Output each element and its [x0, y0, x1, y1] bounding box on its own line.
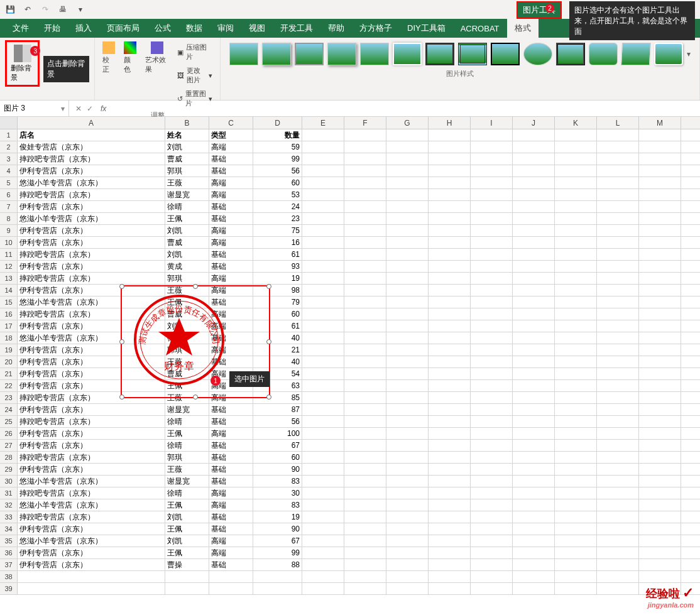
- cell[interactable]: 59: [253, 141, 302, 153]
- cell[interactable]: [471, 261, 513, 272]
- cell[interactable]: 40: [253, 332, 302, 344]
- cell[interactable]: [302, 559, 344, 570]
- cell[interactable]: [597, 201, 639, 212]
- cell[interactable]: 基础: [209, 404, 253, 415]
- cell[interactable]: [386, 308, 429, 320]
- cell[interactable]: [344, 344, 386, 356]
- tab-页面布局[interactable]: 页面布局: [99, 19, 147, 38]
- cell[interactable]: [555, 452, 597, 463]
- cell[interactable]: [597, 452, 639, 463]
- cell[interactable]: [429, 499, 471, 511]
- cell[interactable]: 基础: [209, 249, 253, 260]
- row-header[interactable]: 11: [0, 249, 18, 260]
- row-header[interactable]: 37: [0, 559, 18, 570]
- cell[interactable]: [471, 249, 513, 260]
- row-header[interactable]: 13: [0, 273, 18, 284]
- row-header[interactable]: 19: [0, 344, 18, 356]
- cell[interactable]: 基础: [209, 511, 253, 523]
- cell[interactable]: [597, 141, 639, 153]
- cell[interactable]: [639, 141, 681, 153]
- row-header[interactable]: 4: [0, 165, 18, 177]
- cell[interactable]: [597, 308, 639, 320]
- cell[interactable]: [513, 476, 555, 487]
- cell[interactable]: [386, 380, 429, 391]
- cell[interactable]: 高端: [209, 547, 253, 558]
- cell[interactable]: [555, 547, 597, 558]
- cell[interactable]: [513, 559, 555, 570]
- cell[interactable]: [471, 153, 513, 165]
- cell[interactable]: [555, 523, 597, 535]
- row-header[interactable]: 3: [0, 153, 18, 165]
- cell[interactable]: [429, 189, 471, 200]
- cell[interactable]: [302, 368, 344, 379]
- cell[interactable]: [429, 165, 471, 177]
- cell[interactable]: [302, 177, 344, 188]
- cell[interactable]: [513, 141, 555, 153]
- cell[interactable]: 刘凯: [165, 141, 209, 153]
- cell[interactable]: [471, 523, 513, 535]
- cell[interactable]: [386, 571, 429, 582]
- cell[interactable]: 悠滋小羊专营店（京东）: [18, 177, 165, 188]
- cell[interactable]: [429, 511, 471, 523]
- cell[interactable]: 刘凯: [165, 535, 209, 547]
- row-header[interactable]: 31: [0, 487, 18, 499]
- cell[interactable]: 伊利专营店（京东）: [18, 559, 165, 570]
- cell[interactable]: [386, 428, 429, 439]
- color-button[interactable]: 颜色: [121, 40, 139, 75]
- cell[interactable]: [555, 189, 597, 200]
- cell[interactable]: [471, 201, 513, 212]
- cell[interactable]: 60: [253, 452, 302, 463]
- cell[interactable]: [639, 404, 681, 415]
- cell[interactable]: [513, 440, 555, 451]
- cell[interactable]: 伊利专营店（京东）: [18, 201, 165, 212]
- cell[interactable]: [639, 201, 681, 212]
- cell[interactable]: [344, 571, 386, 582]
- cell[interactable]: [429, 428, 471, 439]
- cell[interactable]: [429, 571, 471, 582]
- cell[interactable]: 郭琪: [165, 273, 209, 284]
- cell[interactable]: [386, 476, 429, 487]
- cell[interactable]: [513, 332, 555, 344]
- cell[interactable]: 53: [253, 189, 302, 200]
- cell[interactable]: [429, 201, 471, 212]
- compress-picture-button[interactable]: ▣压缩图片: [175, 41, 215, 63]
- cell[interactable]: 摔跤吧专营店（京东）: [18, 153, 165, 165]
- cell[interactable]: [597, 332, 639, 344]
- cell[interactable]: [471, 320, 513, 332]
- cell[interactable]: [639, 261, 681, 272]
- style-simple[interactable]: [229, 43, 258, 65]
- redo-icon[interactable]: ↷: [40, 4, 50, 14]
- cell[interactable]: [429, 141, 471, 153]
- cell[interactable]: [597, 535, 639, 547]
- cell[interactable]: 90: [253, 464, 302, 475]
- row-header[interactable]: 8: [0, 213, 18, 224]
- cell[interactable]: [513, 464, 555, 475]
- cell[interactable]: [429, 404, 471, 415]
- cell[interactable]: [429, 440, 471, 451]
- cell[interactable]: [639, 380, 681, 391]
- cell[interactable]: 基础: [209, 440, 253, 451]
- cell[interactable]: [471, 380, 513, 391]
- cell[interactable]: [513, 189, 555, 200]
- cell[interactable]: 高端: [209, 177, 253, 188]
- cell[interactable]: [471, 344, 513, 356]
- cell[interactable]: [471, 297, 513, 308]
- tab-方方格子[interactable]: 方方格子: [352, 19, 400, 38]
- cell[interactable]: [597, 392, 639, 403]
- row-header[interactable]: 34: [0, 523, 18, 535]
- cell[interactable]: [513, 273, 555, 284]
- cell[interactable]: [386, 213, 429, 224]
- cell[interactable]: [555, 464, 597, 475]
- cell[interactable]: 基础: [209, 464, 253, 475]
- row-header[interactable]: 30: [0, 476, 18, 487]
- cell[interactable]: [513, 583, 555, 594]
- cell[interactable]: [555, 428, 597, 439]
- cell[interactable]: [597, 249, 639, 260]
- cell[interactable]: [302, 332, 344, 344]
- cell[interactable]: 伊利专营店（京东）: [18, 404, 165, 415]
- cell[interactable]: 19: [253, 511, 302, 523]
- column-header-L[interactable]: L: [597, 117, 639, 129]
- cell[interactable]: 24: [253, 201, 302, 212]
- cell[interactable]: [639, 356, 681, 367]
- cell[interactable]: 店名: [18, 129, 165, 141]
